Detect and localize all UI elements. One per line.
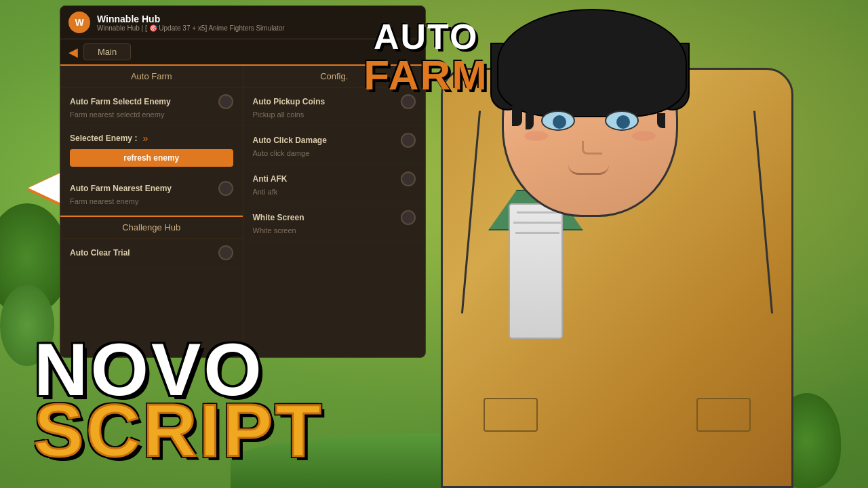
auto-pickup-coins-label: Auto Pickup Coins bbox=[253, 97, 326, 106]
selected-enemy-row: Selected Enemy : » refresh enemy bbox=[60, 126, 243, 174]
auto-click-damage-sublabel: Auto click damge bbox=[253, 149, 416, 157]
auto-farm-selected-sublabel: Farm nearest selectd enemy bbox=[70, 110, 233, 119]
auto-click-damage-row: Auto Click Damage Auto click damge bbox=[243, 126, 426, 165]
white-screen-sublabel: White screen bbox=[253, 226, 416, 235]
white-screen-row: White Screen White screen bbox=[243, 203, 426, 242]
auto-click-damage-label: Auto Click Damage bbox=[253, 136, 327, 145]
auto-click-damage-toggle[interactable] bbox=[401, 133, 416, 148]
nav-main-button[interactable]: Main bbox=[83, 43, 131, 60]
auto-clear-trial-label: Auto Clear Trial bbox=[70, 248, 130, 258]
white-screen-label: White Screen bbox=[253, 213, 304, 222]
panel-left-column: Auto Farm Auto Farm Selectd Enemy Farm n… bbox=[60, 66, 243, 357]
char-hair bbox=[497, 9, 687, 117]
anti-afk-sublabel: Anti afk bbox=[253, 188, 416, 196]
selected-enemy-arrow-icon: » bbox=[142, 133, 148, 144]
char-head bbox=[502, 20, 678, 217]
auto-farm-selected-toggle[interactable] bbox=[218, 94, 233, 109]
char-eye-right bbox=[605, 110, 639, 131]
auto-farm-nearest-sublabel: Farm nearest enemy bbox=[70, 197, 233, 205]
farm-text: FARM bbox=[363, 54, 488, 96]
nav-back-button[interactable]: ◀ bbox=[68, 45, 78, 60]
panel-right-column: Config. Auto Pickup Coins Pickup all coi… bbox=[243, 66, 426, 357]
panel-logo: W bbox=[68, 12, 90, 33]
anti-afk-label: Anti AFK bbox=[253, 174, 288, 184]
refresh-enemy-button[interactable]: refresh enemy bbox=[70, 149, 233, 167]
challenge-hub-header: Challenge Hub bbox=[60, 217, 243, 239]
novo-script-overlay: NOVO SCRIPT bbox=[34, 332, 323, 468]
auto-farm-nearest-row: Auto Farm Nearest Enemy Farm nearest ene… bbox=[60, 174, 243, 213]
auto-farm-section-header: Auto Farm bbox=[60, 66, 243, 87]
auto-farm-selected-enemy-row: Auto Farm Selectd Enemy Farm nearest sel… bbox=[60, 87, 243, 126]
script-text: SCRIPT bbox=[34, 393, 323, 468]
char-scarf bbox=[509, 203, 563, 339]
challenge-hub-section: Challenge Hub Auto Clear Trial bbox=[60, 216, 243, 268]
auto-text: AUTO bbox=[363, 19, 488, 54]
anti-afk-toggle[interactable] bbox=[401, 171, 416, 186]
panel-content: Auto Farm Auto Farm Selectd Enemy Farm n… bbox=[60, 66, 425, 357]
auto-farm-overlay: AUTO FARM bbox=[363, 19, 488, 96]
char-eye-left bbox=[541, 110, 575, 131]
auto-farm-nearest-toggle[interactable] bbox=[218, 181, 233, 196]
auto-farm-nearest-label: Auto Farm Nearest Enemy bbox=[70, 184, 172, 193]
char-nose bbox=[582, 141, 602, 155]
char-mouth bbox=[568, 165, 609, 175]
auto-clear-trial-row: Auto Clear Trial bbox=[60, 239, 243, 268]
auto-farm-selected-label: Auto Farm Selectd Enemy bbox=[70, 97, 171, 106]
auto-pickup-coins-sublabel: Pickup all coins bbox=[253, 110, 416, 119]
selected-enemy-label: Selected Enemy : bbox=[70, 134, 137, 143]
auto-clear-trial-toggle[interactable] bbox=[218, 245, 233, 260]
anti-afk-row: Anti AFK Anti afk bbox=[243, 165, 426, 203]
white-screen-toggle[interactable] bbox=[401, 210, 416, 225]
